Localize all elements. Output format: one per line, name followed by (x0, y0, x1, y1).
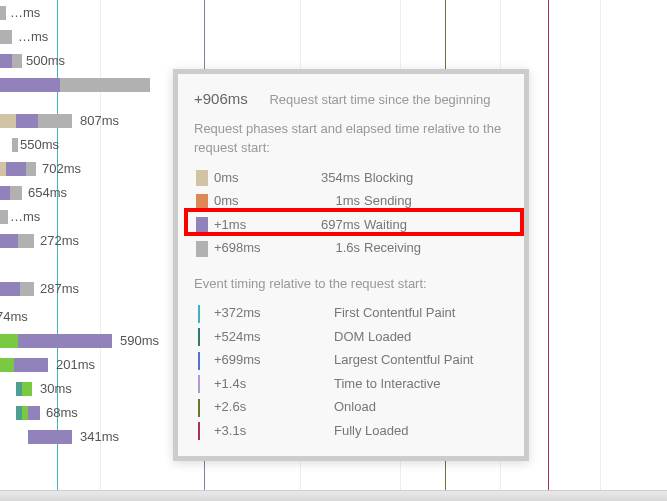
blocking-swatch (196, 170, 208, 186)
phase-offset: 0ms (212, 189, 292, 213)
row-label: 807ms (80, 113, 119, 128)
event-name: First Contentful Paint (332, 301, 508, 325)
phase-elapsed: 1ms (292, 189, 362, 213)
lcp-swatch (198, 352, 200, 370)
onload-swatch (198, 399, 200, 417)
waiting-swatch (196, 217, 208, 233)
event-offset: +699ms (212, 348, 332, 372)
row-label: 74ms (0, 309, 28, 324)
receiving-swatch (196, 241, 208, 257)
phase-row: 0ms 354ms Blocking (194, 166, 508, 190)
phase-name: Receiving (362, 236, 508, 260)
row-label: 500ms (26, 53, 65, 68)
sending-swatch (196, 194, 208, 210)
row-label: 654ms (28, 185, 67, 200)
phase-row: 0ms 1ms Sending (194, 189, 508, 213)
row-label: 550ms (20, 137, 59, 152)
row-label: …ms (10, 5, 40, 20)
row-label: 68ms (46, 405, 78, 420)
event-name: Fully Loaded (332, 419, 508, 443)
event-table: +372ms First Contentful Paint +524ms DOM… (194, 301, 508, 442)
event-offset: +524ms (212, 325, 332, 349)
dom-swatch (198, 328, 200, 346)
phase-offset: +1ms (212, 213, 292, 237)
row-label: 702ms (42, 161, 81, 176)
row-label: 287ms (40, 281, 79, 296)
event-row: +3.1s Fully Loaded (194, 419, 508, 443)
row-label: 590ms (120, 333, 159, 348)
event-row: +524ms DOM Loaded (194, 325, 508, 349)
phase-name: Waiting (362, 213, 508, 237)
event-name: Time to Interactive (332, 372, 508, 396)
phase-elapsed: 697ms (292, 213, 362, 237)
phase-name: Blocking (362, 166, 508, 190)
row-label: 341ms (80, 429, 119, 444)
event-offset: +372ms (212, 301, 332, 325)
tti-swatch (198, 375, 200, 393)
event-offset: +3.1s (212, 419, 332, 443)
event-offset: +1.4s (212, 372, 332, 396)
event-name: DOM Loaded (332, 325, 508, 349)
phase-row: +1ms 697ms Waiting (194, 213, 508, 237)
event-row: +1.4s Time to Interactive (194, 372, 508, 396)
phase-name: Sending (362, 189, 508, 213)
event-name: Onload (332, 395, 508, 419)
fully-loaded-swatch (198, 422, 200, 440)
timing-tooltip: +906ms Request start time since the begi… (173, 69, 529, 461)
phase-offset: +698ms (212, 236, 292, 260)
events-caption: Event timing relative to the request sta… (194, 274, 508, 294)
row-label: …ms (18, 29, 48, 44)
phase-elapsed: 354ms (292, 166, 362, 190)
event-name: Largest Contentful Paint (332, 348, 508, 372)
phase-offset: 0ms (212, 166, 292, 190)
row-label: …ms (10, 209, 40, 224)
request-start-offset: +906ms (194, 90, 248, 107)
request-start-caption: Request start time since the beginning (269, 92, 490, 107)
horizontal-scrollbar[interactable] (0, 490, 667, 501)
phases-caption: Request phases start and elapsed time re… (194, 119, 508, 158)
event-row: +372ms First Contentful Paint (194, 301, 508, 325)
row-label: 30ms (40, 381, 72, 396)
row-label: 201ms (56, 357, 95, 372)
event-row: +2.6s Onload (194, 395, 508, 419)
fcp-swatch (198, 305, 200, 323)
phase-row: +698ms 1.6s Receiving (194, 236, 508, 260)
row-label: 272ms (40, 233, 79, 248)
event-offset: +2.6s (212, 395, 332, 419)
phase-elapsed: 1.6s (292, 236, 362, 260)
event-row: +699ms Largest Contentful Paint (194, 348, 508, 372)
phase-table: 0ms 354ms Blocking 0ms 1ms Sending +1ms … (194, 166, 508, 260)
